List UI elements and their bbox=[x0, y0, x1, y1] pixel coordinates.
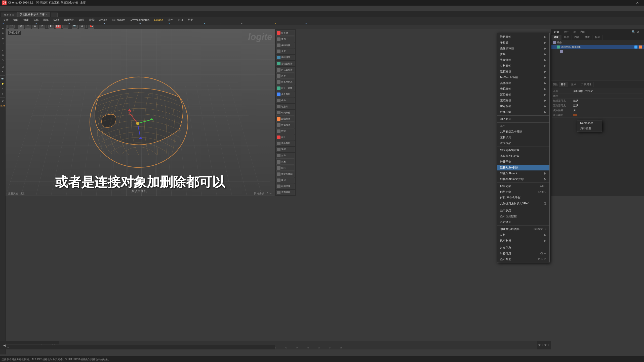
ctx-connect-delete[interactable]: 连接对象+删除 bbox=[497, 165, 549, 170]
mt-gravity[interactable]: 重力子 bbox=[276, 36, 295, 42]
minimize-button[interactable]: ─ bbox=[614, 0, 623, 6]
ctx-simulate-tag[interactable]: 模拟标签 ▶ bbox=[497, 86, 549, 92]
menu-select[interactable]: 选择 bbox=[31, 17, 41, 22]
mt-flip[interactable]: 颠倒平流 bbox=[276, 184, 295, 189]
ctx-show-state[interactable]: 显示状态 bbox=[497, 208, 549, 213]
ctx-select-child[interactable]: 选择子集 bbox=[497, 134, 549, 140]
ctx-mograph-tag[interactable]: MoGraph 标签 ▶ bbox=[497, 74, 549, 80]
file-tab-new[interactable]: + bbox=[51, 13, 58, 17]
file-tab-2[interactable]: 滑动鼠标-初步-引导序 ✕ bbox=[17, 12, 50, 17]
mt-mesh-emit[interactable]: 网格发射器 bbox=[276, 67, 295, 72]
menu-insydium[interactable]: INSYDIUM bbox=[110, 17, 127, 22]
menu-mesh[interactable]: 网格 bbox=[41, 17, 51, 22]
lt-deformer[interactable]: D bbox=[1, 92, 5, 96]
mt-obj[interactable]: 对象 bbox=[276, 159, 295, 165]
mt-switch[interactable]: 切换群组 bbox=[276, 141, 295, 146]
mt-offset[interactable]: 偏移选择 bbox=[276, 42, 295, 48]
maximize-button[interactable]: □ bbox=[623, 0, 632, 6]
file-tab-1-close[interactable]: ✕ bbox=[12, 14, 14, 16]
ctx-connect-child[interactable]: 连接子集 bbox=[497, 159, 549, 165]
ctx-xref[interactable]: 允许选对象转换为XRef 无 bbox=[497, 201, 549, 206]
menu-plugins[interactable]: 插件 bbox=[166, 17, 175, 22]
menu-mograph[interactable]: 运动图形 bbox=[61, 17, 76, 22]
lt-model[interactable]: M bbox=[1, 65, 5, 69]
ctx-extend[interactable]: 扩展 ▶ bbox=[497, 51, 549, 57]
ctx-transfer-info[interactable]: 转移信息 Ctrl+I bbox=[497, 251, 549, 256]
ctx-edge-tag[interactable]: 边形标签 ▶ bbox=[497, 34, 549, 40]
om-tab-file[interactable]: 文件 bbox=[562, 30, 571, 34]
ctx-obj-info[interactable]: 对象信息 bbox=[497, 245, 549, 251]
ctx-ungroup-no-child[interactable]: 解组(不包含子集) bbox=[497, 195, 549, 201]
om-search-icon[interactable]: 🔍 bbox=[632, 30, 635, 34]
om-gear-icon[interactable]: ⚙ bbox=[636, 30, 639, 34]
ctx-show-anim[interactable]: 显示动画 bbox=[497, 219, 549, 225]
menu-volume[interactable]: 体积 bbox=[51, 17, 61, 22]
ctx-model-tag[interactable]: 建模标签 ▶ bbox=[497, 69, 549, 74]
mt-align[interactable]: 对齐 bbox=[276, 153, 295, 158]
mt-emitter[interactable]: 基础发射器 bbox=[276, 61, 295, 66]
lt-live-select[interactable]: ⊕ bbox=[1, 26, 5, 31]
mt-stop[interactable]: 精止 bbox=[276, 134, 295, 140]
lt-points[interactable]: • bbox=[1, 48, 5, 53]
lt-move[interactable]: ✛ bbox=[1, 31, 5, 36]
ctx-material[interactable]: 材料 ▶ bbox=[497, 232, 549, 238]
bottom-icon-1[interactable]: ◇ bbox=[7, 346, 9, 348]
mt-scene[interactable]: 基础场景 bbox=[276, 55, 295, 60]
om-add-icon[interactable]: + bbox=[640, 30, 642, 34]
om-tab-content[interactable]: 内容 bbox=[578, 30, 587, 34]
file-tab-2-close[interactable]: ✕ bbox=[46, 13, 48, 16]
obj-item-null[interactable] bbox=[551, 49, 644, 53]
ctx-bind-tag[interactable]: 绑定标签 ▶ bbox=[497, 103, 549, 109]
lt-polygons[interactable]: ⬡ bbox=[1, 58, 5, 63]
file-tab-1[interactable]: sc.c4d ✕ bbox=[1, 13, 17, 17]
ctx-fluid-tag[interactable]: 液态标签 ▶ bbox=[497, 98, 549, 103]
mt-angle[interactable]: 角度 bbox=[276, 49, 295, 54]
lt-paint[interactable]: 🖌 bbox=[1, 99, 5, 103]
obj-tag-2[interactable] bbox=[639, 46, 642, 49]
viewport-3d[interactable]: 透视视图 logite 默认摄像机~ 查看实施: 场景 网格步长：5 cm bbox=[6, 29, 275, 196]
attr-tab-basic[interactable]: 基本 bbox=[559, 82, 568, 87]
lt-sculpt[interactable]: S bbox=[1, 70, 5, 74]
mt-domain[interactable]: 域条件 bbox=[276, 104, 295, 109]
ctx-set-root[interactable]: 设为根品 bbox=[497, 140, 549, 146]
ctx-ungroup2[interactable]: 解组对象 Shift+G bbox=[497, 189, 549, 195]
ctx-material-tag[interactable]: 材料标签 ▶ bbox=[497, 63, 549, 69]
ctx-create-layer[interactable]: 创建默认以图层 Ctrl+Shift+N bbox=[497, 226, 549, 232]
mt-snap[interactable]: 捕捉与辅助 bbox=[276, 171, 295, 177]
menu-animate[interactable]: 动画 bbox=[77, 17, 87, 22]
ctx-to-alembic[interactable]: 转化为Alembic ⚙ bbox=[497, 170, 549, 176]
rpanel-tab-scene[interactable]: 场景 bbox=[561, 35, 572, 40]
ctx-ungroup[interactable]: 解组对象 Alt+G bbox=[497, 183, 549, 189]
menu-octane[interactable]: Octane bbox=[152, 17, 165, 22]
ctx-show-help[interactable]: 显示帮助 Ctrl+F1 bbox=[497, 256, 549, 262]
lt-edges[interactable]: ⊟ bbox=[1, 53, 5, 58]
mt-harden[interactable]: 硬化 bbox=[276, 177, 295, 183]
sub-ctx-local-density[interactable]: 局部密度 bbox=[577, 125, 602, 131]
mt-particle[interactable]: 粒子子群组 bbox=[276, 85, 295, 91]
ctx-render-tag[interactable]: 渲染标签 ▶ bbox=[497, 92, 549, 98]
ctx-alembic-settings[interactable]: ⚙ bbox=[543, 172, 546, 175]
mt-multi[interactable]: 多个群组 bbox=[276, 92, 295, 97]
ctx-to-editable[interactable]: 转为可编辑对象 C bbox=[497, 147, 549, 153]
menu-greyscale[interactable]: Greyscalegorilla bbox=[128, 17, 152, 22]
ctx-to-alembic-export[interactable]: 转化为Alembic并导出 ⚙ bbox=[497, 176, 549, 182]
ctx-add-layer[interactable]: 加入新层 bbox=[497, 116, 549, 122]
obj-item-spline[interactable]: 样条 bbox=[551, 40, 644, 45]
om-tab-layer[interactable]: 层 bbox=[571, 30, 578, 34]
lt-rotate[interactable]: ↺ bbox=[1, 41, 5, 46]
close-button[interactable]: ✕ bbox=[633, 0, 642, 6]
ctx-rig-tag[interactable]: 候姿贡集 ▶ bbox=[497, 109, 549, 115]
ctx-child-tag[interactable]: 子标签 ▶ bbox=[497, 40, 549, 46]
ctx-camera-tag[interactable]: 摄像机标签 ▶ bbox=[497, 46, 549, 51]
menu-create[interactable]: 创建 bbox=[21, 17, 31, 22]
obj-tag-1[interactable] bbox=[634, 46, 637, 49]
sub-ctx-remesher[interactable]: Remesher bbox=[577, 120, 602, 125]
ctx-show-render[interactable]: 显示渲染数据 bbox=[497, 213, 549, 219]
mt-data[interactable]: 数据预测 bbox=[276, 122, 295, 128]
ctx-other-tag[interactable]: 其他标签 ▶ bbox=[497, 80, 549, 86]
rpanel-tab-content2[interactable]: 内容 bbox=[572, 35, 582, 40]
mt-lookat[interactable]: 注视 bbox=[276, 147, 295, 152]
lt-move2[interactable]: 移动 bbox=[1, 104, 5, 108]
mt-time[interactable]: 时间条件 bbox=[276, 110, 295, 115]
mt-color[interactable]: 颜色预测 bbox=[276, 116, 295, 122]
